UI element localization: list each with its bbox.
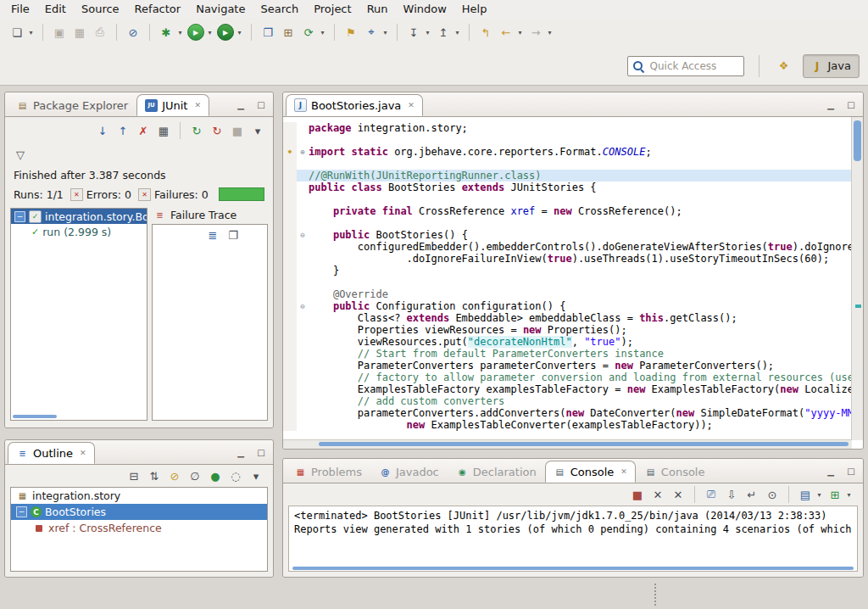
forward-dropdown-icon[interactable]: ▾ bbox=[546, 29, 554, 36]
menu-project[interactable]: Project bbox=[306, 1, 359, 17]
forward-icon[interactable]: → bbox=[527, 24, 544, 41]
quick-access-box[interactable] bbox=[627, 56, 744, 76]
tab-problems[interactable]: ▦ Problems bbox=[286, 461, 370, 483]
save-icon[interactable]: ▣ bbox=[51, 24, 68, 41]
outline-item-class[interactable]: − C BootStories bbox=[11, 504, 267, 520]
tab-declaration[interactable]: ◉ Declaration bbox=[448, 461, 545, 483]
scrollbar-thumb[interactable] bbox=[319, 442, 849, 446]
mark-occurrences-icon[interactable]: ⚑ bbox=[342, 24, 359, 41]
stop-test-icon[interactable]: ■ bbox=[229, 122, 246, 139]
minimize-button[interactable]: ▁ bbox=[825, 98, 837, 110]
show-execution-time-icon[interactable]: ▦ bbox=[155, 122, 172, 139]
pin-console-icon[interactable]: ⊙ bbox=[764, 486, 781, 503]
new-package-icon[interactable]: ⊞ bbox=[280, 24, 297, 41]
word-wrap-icon[interactable]: ↵ bbox=[743, 486, 760, 503]
minimize-button[interactable]: ▁ bbox=[235, 446, 247, 458]
next-annotation-dropdown-icon[interactable]: ▾ bbox=[424, 29, 431, 36]
save-all-icon[interactable]: ▦ bbox=[71, 24, 88, 41]
hide-fields-icon[interactable]: ⊘ bbox=[166, 467, 183, 484]
close-icon[interactable]: ✕ bbox=[80, 449, 86, 457]
previous-failed-test-icon[interactable]: ↑ bbox=[114, 122, 131, 139]
remove-all-launches-icon[interactable]: ✕ bbox=[670, 486, 687, 503]
print-icon[interactable]: ⎙ bbox=[92, 24, 108, 41]
external-tools-icon[interactable]: ▶ bbox=[217, 24, 234, 41]
collapse-icon[interactable]: − bbox=[16, 506, 27, 517]
editor-hscrollbar[interactable] bbox=[283, 439, 852, 449]
failure-trace-area[interactable]: ≣❐ bbox=[152, 224, 268, 421]
view-menu-icon[interactable]: ▽ bbox=[12, 146, 29, 163]
console-hscrollbar[interactable] bbox=[292, 567, 854, 570]
run-dropdown-icon[interactable]: ▾ bbox=[206, 29, 214, 36]
tab-bootstories-java[interactable]: J BootStories.java ✕ bbox=[286, 94, 423, 116]
clear-console-icon[interactable]: ⎚ bbox=[703, 486, 720, 503]
open-type-icon[interactable]: ⟳ bbox=[300, 24, 317, 41]
sort-icon[interactable]: ⇅ bbox=[146, 467, 163, 484]
filter-stack-trace-icon[interactable]: ≣ bbox=[204, 226, 221, 243]
collapse-icon[interactable]: − bbox=[14, 211, 25, 222]
new-wizard-icon[interactable]: ❏ bbox=[8, 24, 25, 41]
last-edit-location-icon[interactable]: ↰ bbox=[477, 24, 494, 41]
fold-icon[interactable]: ⊖ bbox=[297, 229, 309, 241]
close-icon[interactable]: ✕ bbox=[620, 467, 627, 476]
hide-static-members-icon[interactable]: ∅ bbox=[186, 467, 203, 484]
menu-run[interactable]: Run bbox=[359, 1, 396, 17]
menu-file[interactable]: File bbox=[3, 1, 37, 17]
open-perspective-button[interactable]: ❖ bbox=[776, 58, 793, 75]
close-icon[interactable]: ✕ bbox=[408, 101, 415, 109]
menu-navigate[interactable]: Navigate bbox=[188, 1, 253, 17]
search-icon[interactable]: ⌖ bbox=[363, 24, 380, 41]
open-type-dropdown-icon[interactable]: ▾ bbox=[319, 29, 326, 36]
collapse-all-icon[interactable]: ⊟ bbox=[125, 467, 142, 484]
terminate-icon[interactable]: ■ bbox=[629, 486, 646, 503]
editor-code[interactable]: package integration.story;◆⊕import stati… bbox=[283, 117, 851, 440]
fold-icon[interactable]: ⊖ bbox=[297, 300, 309, 312]
junit-test-tree[interactable]: − ✓ integration.story.Boo ✓ run (2.999 s… bbox=[10, 208, 147, 421]
rerun-test-icon[interactable]: ↻ bbox=[188, 122, 205, 139]
previous-annotation-icon[interactable]: ↥ bbox=[435, 24, 452, 41]
minimize-button[interactable]: ▁ bbox=[235, 98, 247, 110]
menu-window[interactable]: Window bbox=[396, 1, 454, 17]
run-icon[interactable]: ▶ bbox=[187, 24, 204, 41]
test-run-history-icon[interactable]: ▾ bbox=[249, 122, 266, 139]
tab-package-explorer[interactable]: ▤ Package Explorer bbox=[8, 94, 136, 116]
skip-breakpoints-icon[interactable]: ⊘ bbox=[125, 24, 142, 41]
fold-icon[interactable]: ⊕ bbox=[297, 146, 309, 158]
search-dropdown-icon[interactable]: ▾ bbox=[381, 29, 389, 36]
menu-edit[interactable]: Edit bbox=[37, 1, 74, 17]
console-output[interactable]: <terminated> BootStories [JUnit] /usr/li… bbox=[288, 506, 858, 572]
menu-source[interactable]: Source bbox=[74, 1, 127, 17]
compare-result-icon[interactable]: ❐ bbox=[225, 226, 242, 243]
rerun-failed-first-icon[interactable]: ↻ bbox=[209, 122, 225, 139]
previous-annotation-dropdown-icon[interactable]: ▾ bbox=[453, 29, 461, 36]
scroll-lock-icon[interactable]: ⇩ bbox=[723, 486, 740, 503]
view-menu-icon[interactable]: ▾ bbox=[248, 467, 264, 484]
open-console-icon[interactable]: ⊞ bbox=[826, 486, 843, 503]
quick-access-input[interactable] bbox=[648, 59, 739, 73]
menu-search[interactable]: Search bbox=[253, 1, 306, 17]
maximize-button[interactable]: □ bbox=[845, 465, 857, 477]
display-selected-console-icon[interactable]: ▤ bbox=[797, 486, 814, 503]
hide-local-types-icon[interactable]: ◌ bbox=[227, 467, 244, 484]
outline-tree[interactable]: ▦ integration.story − C BootStories xref… bbox=[10, 487, 268, 572]
hide-non-public-members-icon[interactable]: ● bbox=[207, 467, 224, 484]
maximize-button[interactable]: □ bbox=[255, 446, 267, 458]
tab-outline[interactable]: ≡ Outline ✕ bbox=[8, 442, 95, 464]
maximize-button[interactable]: □ bbox=[255, 98, 267, 110]
debug-icon[interactable]: ✱ bbox=[158, 24, 175, 41]
menu-refactor[interactable]: Refactor bbox=[127, 1, 189, 17]
trim-gripper[interactable] bbox=[654, 584, 656, 606]
external-tools-dropdown-icon[interactable]: ▾ bbox=[236, 29, 243, 36]
tree-hscrollbar[interactable] bbox=[13, 415, 57, 418]
back-icon[interactable]: ← bbox=[498, 24, 515, 41]
tab-javadoc[interactable]: @ Javadoc bbox=[370, 461, 448, 483]
tree-item-suite[interactable]: − ✓ integration.story.Boo bbox=[11, 209, 147, 224]
show-failures-only-icon[interactable]: ✗ bbox=[135, 122, 152, 139]
open-console-dropdown-icon[interactable]: ▾ bbox=[845, 491, 853, 499]
outline-item-package[interactable]: ▦ integration.story bbox=[11, 488, 267, 504]
maximize-button[interactable]: □ bbox=[845, 98, 857, 110]
display-selected-console-dropdown-icon[interactable]: ▾ bbox=[815, 491, 823, 499]
debug-dropdown-icon[interactable]: ▾ bbox=[176, 29, 184, 36]
tab-junit[interactable]: JU JUnit ✕ bbox=[136, 94, 209, 116]
editor-vscrollbar[interactable] bbox=[851, 117, 863, 440]
scrollbar-thumb[interactable] bbox=[854, 120, 861, 161]
